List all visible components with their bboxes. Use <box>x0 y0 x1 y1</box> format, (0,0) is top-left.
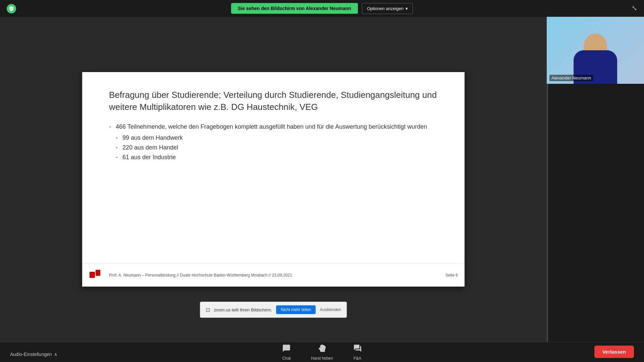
sub-dash-2: - <box>116 144 120 151</box>
qa-label: F&A <box>354 356 361 361</box>
svg-marker-2 <box>90 272 95 278</box>
sub-bullet-3: - 61 aus der Industrie <box>116 154 438 161</box>
video-person <box>547 17 644 84</box>
slide-bullets: - 466 Teilnehmende, welche den Frageboge… <box>109 123 438 161</box>
stop-sharing-button[interactable]: Nicht mehr teilen <box>276 305 316 314</box>
video-name-label: Alexander Neumann <box>549 75 593 81</box>
slide-container: Befragung über Studierende; Verteilung d… <box>82 72 465 287</box>
toolbar-chat[interactable]: Chat <box>282 344 291 361</box>
main-area: Befragung über Studierende; Verteilung d… <box>0 17 644 342</box>
zoom-notification: ⊡ zoom.us teilt Ihren Bildschirm. Nicht … <box>200 302 347 318</box>
chat-icon <box>282 344 291 355</box>
top-bar: Sie sehen den Bildschirm von Alexander N… <box>0 0 644 17</box>
chevron-down-icon: ▾ <box>406 6 408 11</box>
sub-bullet-1: - 99 aus dem Handwerk <box>116 134 438 141</box>
svg-rect-1 <box>96 270 100 276</box>
sub-bullets: - 99 aus dem Handwerk - 220 aus dem Hand… <box>116 134 438 161</box>
slide-logo <box>89 268 106 282</box>
leave-button[interactable]: Verlassen <box>594 346 634 358</box>
screen-share-banner: Sie sehen den Bildschirm von Alexander N… <box>231 3 358 14</box>
collapse-button[interactable]: ⤡ <box>632 4 637 12</box>
sub-dash-1: - <box>116 134 120 141</box>
video-container: Alexander Neumann <box>547 17 644 84</box>
sub-text-1: 99 aus dem Handwerk <box>122 134 183 141</box>
hide-button[interactable]: Ausblenden <box>320 307 341 312</box>
raise-hand-label: Hand heben <box>311 356 333 361</box>
options-label: Optionen anzeigen <box>367 6 404 11</box>
toolbar-raise-hand[interactable]: Hand heben <box>311 344 333 361</box>
sub-dash-3: - <box>116 154 120 161</box>
slide-page-number: Seite 6 <box>445 273 458 278</box>
sub-text-3: 61 aus der Industrie <box>122 154 176 161</box>
slide-footer-text: Prof. A. Neumann – Personalbindung // Du… <box>109 273 445 278</box>
security-icon <box>7 4 16 13</box>
slide-area: Befragung über Studierende; Verteilung d… <box>0 17 547 342</box>
audio-settings[interactable]: Audio-Einstellungen ∧ <box>10 352 57 357</box>
options-button[interactable]: Optionen anzeigen ▾ <box>362 3 413 14</box>
main-bullet-text: 466 Teilnehmende, welche den Fragebogen … <box>116 123 427 130</box>
main-bullet: - 466 Teilnehmende, welche den Frageboge… <box>109 123 438 130</box>
participant-list <box>547 84 644 342</box>
audio-settings-label: Audio-Einstellungen <box>10 352 52 357</box>
zoom-icon: ⊡ <box>206 307 210 313</box>
chevron-up-icon: ∧ <box>54 352 57 357</box>
sub-text-2: 220 aus dem Handel <box>122 144 178 151</box>
right-panel: Alexander Neumann <box>547 17 644 342</box>
bottom-bar: Audio-Einstellungen ∧ Chat Hand heben F&… <box>0 342 644 362</box>
zoom-notification-text: zoom.us teilt Ihren Bildschirm. <box>214 307 272 312</box>
slide-footer: Prof. A. Neumann – Personalbindung // Du… <box>82 263 465 287</box>
qa-icon <box>353 344 362 355</box>
sub-bullet-2: - 220 aus dem Handel <box>116 144 438 151</box>
raise-hand-icon <box>318 344 326 355</box>
chat-label: Chat <box>282 356 291 361</box>
slide-content: Befragung über Studierende; Verteilung d… <box>82 72 465 287</box>
main-bullet-dash: - <box>109 123 113 130</box>
slide-title: Befragung über Studierende; Verteilung d… <box>109 89 438 113</box>
toolbar-qa[interactable]: F&A <box>353 344 362 361</box>
